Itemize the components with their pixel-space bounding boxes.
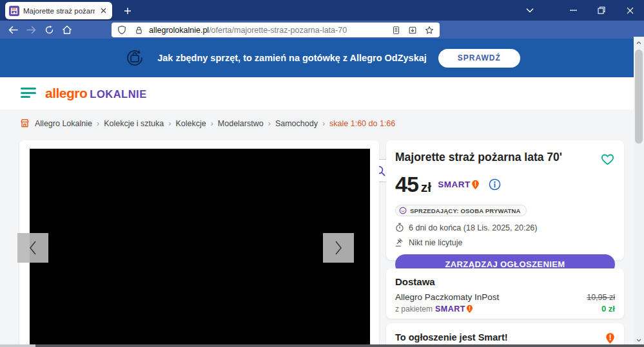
stopwatch-icon: [395, 223, 404, 232]
browser-tab-bar: Majorette straż pożarna lata 70: [0, 0, 644, 21]
breadcrumb: Allegro Lokalnie › Kolekcje i sztuka › K…: [19, 118, 395, 129]
close-button[interactable]: [616, 0, 644, 21]
url-text[interactable]: allegrolokalnie.pl/oferta/majorette-stra…: [149, 26, 385, 35]
breadcrumb-separator: ›: [97, 119, 99, 128]
offer-summary-card: Majorette straż pożarna lata 70' 45zł SM…: [386, 140, 624, 260]
breadcrumb-separator: ›: [268, 119, 271, 128]
chevron-left-icon: [28, 240, 38, 256]
favorite-offer-button[interactable]: [600, 152, 615, 165]
bids-status: Nikt nie licytuje: [409, 238, 462, 247]
delivery-free-price: 0 zł: [601, 304, 615, 314]
back-button[interactable]: [4, 22, 22, 37]
gallery-prev-button[interactable]: [17, 233, 48, 263]
breadcrumb-separator: ›: [211, 119, 213, 128]
padlock-icon[interactable]: [132, 24, 145, 37]
delivery-card: Dostawa Allegro Paczkomaty InPost 10,95 …: [386, 268, 624, 319]
allegro-favicon-icon: [9, 6, 19, 16]
url-bar[interactable]: allegrolokalnie.pl/oferta/majorette-stra…: [112, 23, 440, 37]
offer-title: Majorette straż pożarna lata 70': [395, 151, 562, 164]
browser-navbar: allegrolokalnie.pl/oferta/majorette-stra…: [0, 21, 644, 39]
delivery-old-price: 10,95 zł: [587, 293, 615, 302]
seller-smiley-icon: [399, 207, 407, 214]
scrollbar-thumb[interactable]: [635, 50, 643, 144]
horizontal-scrollbar[interactable]: [0, 344, 644, 347]
tab-list-chevron-icon[interactable]: [519, 0, 541, 21]
smart-pin-icon: [466, 305, 473, 314]
restore-button[interactable]: [587, 0, 616, 21]
breadcrumb-item[interactable]: Modelarstwo: [218, 119, 264, 128]
window-controls: [519, 0, 644, 21]
smart-info-card: To ogłoszenie jest Smart!: [386, 323, 624, 347]
reader-view-icon[interactable]: [389, 24, 402, 37]
smart-info-title: To ogłoszenie jest Smart!: [395, 332, 508, 342]
breadcrumb-item[interactable]: Kolekcje i sztuka: [104, 119, 164, 128]
breadcrumb-separator: ›: [322, 119, 325, 128]
breadcrumb-separator: ›: [168, 119, 171, 128]
bids-row: Nikt nie licytuje: [395, 238, 615, 247]
site-header: allegroLOKALNIE 91 Wojciech: [0, 77, 644, 109]
delivery-heading: Dostawa: [395, 276, 615, 287]
minimize-button[interactable]: [559, 0, 587, 21]
vertical-scrollbar[interactable]: [634, 37, 644, 347]
offer-price: 45zł: [395, 172, 431, 197]
scroll-up-icon[interactable]: [634, 37, 644, 48]
info-icon: [489, 178, 501, 191]
forward-button[interactable]: [22, 22, 40, 37]
delivery-method: Allegro Paczkomaty InPost: [395, 292, 499, 302]
breadcrumb-item[interactable]: Samochody: [275, 119, 318, 128]
url-domain: allegrolokalnie.pl: [149, 26, 209, 35]
url-path: /oferta/majorette-straz-pozarna-lata-70: [209, 26, 347, 35]
promo-text: Jak zbędny sprzęt, to zamień na gotówkę …: [157, 53, 427, 63]
price-info-button[interactable]: [489, 178, 501, 191]
home-button[interactable]: [58, 22, 76, 37]
new-tab-button[interactable]: [120, 3, 135, 19]
allegro-storefront-icon: [19, 118, 30, 129]
time-left: 6 dni do końca (18 Lis. 2025, 20:26): [409, 223, 537, 232]
promo-check-button[interactable]: SPRAWDŹ: [438, 49, 520, 68]
gallery-next-button[interactable]: [323, 233, 354, 263]
gavel-icon: [395, 238, 404, 247]
reload-button[interactable]: [40, 22, 58, 37]
smart-logo: SMART: [438, 180, 480, 190]
gallery-card: [19, 140, 379, 347]
tab-title: Majorette straż pożarna lata 70: [23, 7, 95, 15]
breadcrumb-current[interactable]: skale 1:60 do 1:66: [329, 119, 395, 128]
seller-type-badge: SPRZEDAJĄCY: OSOBA PRYWATNA: [395, 205, 527, 216]
heart-icon: [600, 152, 615, 165]
odzyskaj-cycle-icon: [124, 47, 146, 69]
smart-pin-icon: [605, 332, 615, 344]
breadcrumb-item[interactable]: Allegro Lokalnie: [35, 119, 92, 128]
offer-photo[interactable]: [30, 149, 370, 345]
promo-banner: Jak zbędny sprzęt, to zamień na gotówkę …: [0, 39, 644, 77]
breadcrumb-item[interactable]: Kolekcje: [175, 119, 206, 128]
tracking-shield-icon[interactable]: [115, 24, 128, 37]
bookmark-star-icon[interactable]: [423, 24, 436, 37]
smart-package-note: z pakietem SMART: [395, 305, 473, 314]
browser-window: Majorette straż pożarna lata 70: [0, 0, 644, 347]
categories-menu-icon[interactable]: [21, 88, 37, 99]
horizontal-scrollbar-thumb[interactable]: [35, 344, 644, 347]
save-page-icon[interactable]: [406, 24, 419, 37]
smart-pin-icon: [471, 180, 480, 190]
allegro-lokalnie-logo[interactable]: allegroLOKALNIE: [45, 86, 147, 101]
chevron-right-icon: [333, 240, 344, 256]
time-left-row: 6 dni do końca (18 Lis. 2025, 20:26): [395, 223, 615, 232]
tab-close-icon[interactable]: [99, 6, 108, 16]
smart-logo: SMART: [435, 305, 473, 314]
browser-tab[interactable]: Majorette straż pożarna lata 70: [5, 2, 112, 19]
